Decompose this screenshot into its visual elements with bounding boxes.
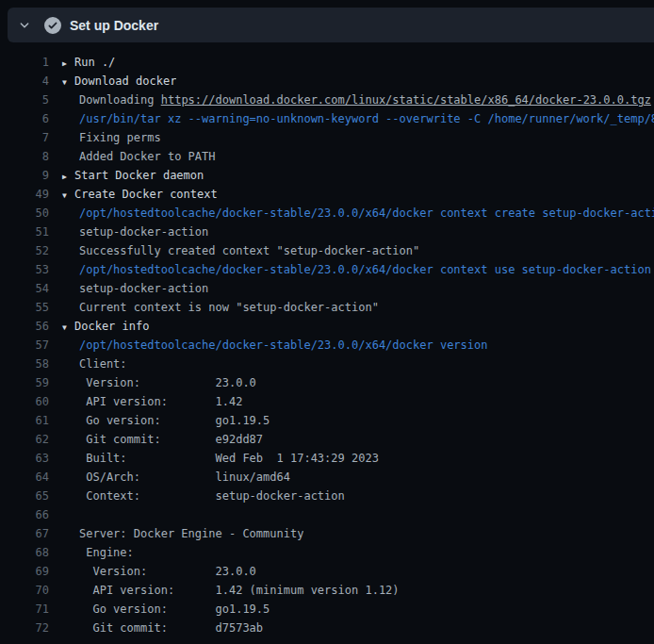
- line-number[interactable]: 4: [0, 72, 49, 91]
- line-number[interactable]: 56: [0, 317, 49, 336]
- line-number[interactable]: 69: [0, 562, 49, 581]
- log-text: Go version: go1.19.5: [79, 414, 270, 427]
- line-number[interactable]: 62: [0, 430, 49, 449]
- log-row: 72 Git commit: d7573ab: [0, 619, 654, 637]
- log-row: 59 Version: 23.0.0: [0, 373, 654, 392]
- line-content: Context: setup-docker-action: [49, 487, 345, 505]
- line-content: Go version: go1.19.5: [49, 600, 270, 619]
- log-text: Built: Wed Feb 1 17:43:29 2023: [79, 452, 379, 465]
- group-title: Docker info: [74, 320, 149, 333]
- line-number[interactable]: 8: [0, 147, 49, 166]
- line-number[interactable]: 63: [0, 449, 49, 468]
- log-row: 64 OS/Arch: linux/amd64: [0, 468, 654, 487]
- log-row: 50/opt/hostedtoolcache/docker-stable/23.…: [0, 204, 654, 223]
- line-content: Git commit: e92dd87: [49, 430, 263, 449]
- log-group-row[interactable]: 1▶Run ./: [0, 53, 654, 72]
- line-number[interactable]: 51: [0, 223, 49, 241]
- line-number[interactable]: 54: [0, 279, 49, 298]
- log-text: setup-docker-action: [79, 225, 208, 239]
- line-number[interactable]: 59: [0, 373, 49, 392]
- log-text: Version: 23.0.0: [79, 565, 256, 578]
- log-group-row[interactable]: 4▼Download docker: [0, 72, 654, 91]
- log-row: 69 Version: 23.0.0: [0, 562, 654, 581]
- line-number[interactable]: 60: [0, 392, 49, 411]
- line-content: Server: Docker Engine - Community: [49, 524, 303, 543]
- line-number[interactable]: 57: [0, 336, 49, 355]
- line-content: Engine:: [49, 543, 134, 562]
- log-text: setup-docker-action: [79, 282, 208, 295]
- line-content: OS/Arch: linux/amd64: [49, 468, 290, 487]
- log-row: 63 Built: Wed Feb 1 17:43:29 2023: [0, 449, 654, 468]
- log-lines: 1▶Run ./4▼Download docker5Downloading ht…: [0, 42, 654, 637]
- line-number[interactable]: 7: [0, 128, 49, 147]
- line-content: API version: 1.42 (minimum version 1.12): [49, 581, 400, 600]
- log-row: 6/usr/bin/tar xz --warning=no-unknown-ke…: [0, 109, 654, 128]
- line-content: Built: Wed Feb 1 17:43:29 2023: [49, 449, 379, 468]
- log-text: Go version: go1.19.5: [79, 603, 270, 616]
- log-group-row[interactable]: 9▶Start Docker daemon: [0, 166, 654, 185]
- line-number[interactable]: 70: [0, 581, 49, 600]
- log-row: 55Current context is now "setup-docker-a…: [0, 298, 654, 317]
- line-number[interactable]: 50: [0, 204, 49, 223]
- log-row: 68 Engine:: [0, 543, 654, 562]
- line-content: Fixing perms: [49, 128, 161, 147]
- group-collapsed-arrow-icon: ▶: [62, 168, 74, 185]
- line-number[interactable]: 68: [0, 543, 49, 562]
- log-row: 53/opt/hostedtoolcache/docker-stable/23.…: [0, 260, 654, 279]
- log-row: 67Server: Docker Engine - Community: [0, 524, 654, 543]
- log-text: OS/Arch: linux/amd64: [79, 471, 290, 484]
- line-content: Version: 23.0.0: [49, 562, 256, 581]
- line-number[interactable]: 66: [0, 505, 49, 524]
- line-content: ▼Download docker: [49, 72, 176, 91]
- log-text: Downloading: [79, 93, 161, 107]
- line-number[interactable]: 55: [0, 298, 49, 317]
- log-text: Client:: [79, 357, 127, 371]
- line-content: ▼Docker info: [49, 317, 149, 336]
- line-content: ▶Run ./: [49, 53, 115, 72]
- line-number[interactable]: 49: [0, 185, 49, 204]
- group-title: Run ./: [74, 56, 115, 69]
- command-text: /opt/hostedtoolcache/docker-stable/23.0.…: [79, 339, 487, 352]
- download-url-link[interactable]: https://download.docker.com/linux/static…: [161, 93, 651, 107]
- line-number[interactable]: 64: [0, 468, 49, 487]
- line-number[interactable]: 6: [0, 109, 49, 128]
- log-text: Git commit: d7573ab: [79, 621, 263, 635]
- log-row: 5Downloading https://download.docker.com…: [0, 91, 654, 109]
- line-number[interactable]: 5: [0, 91, 49, 109]
- log-text: Added Docker to PATH: [79, 150, 216, 163]
- step-header[interactable]: Set up Docker: [8, 8, 654, 42]
- line-number[interactable]: 61: [0, 411, 49, 430]
- line-number[interactable]: 67: [0, 524, 49, 543]
- log-text: API version: 1.42 (minimum version 1.12): [79, 584, 400, 597]
- line-content: setup-docker-action: [49, 223, 208, 241]
- line-number[interactable]: 1: [0, 53, 49, 72]
- log-text: Server: Docker Engine - Community: [79, 527, 303, 540]
- command-text: /opt/hostedtoolcache/docker-stable/23.0.…: [79, 206, 654, 220]
- line-number[interactable]: 65: [0, 487, 49, 505]
- line-content: Downloading https://download.docker.com/…: [49, 91, 651, 109]
- group-title: Create Docker context: [74, 188, 218, 201]
- group-expanded-arrow-icon: ▼: [62, 319, 74, 336]
- log-row: 7Fixing perms: [0, 128, 654, 147]
- line-number[interactable]: 53: [0, 260, 49, 279]
- line-number[interactable]: 58: [0, 355, 49, 373]
- log-row: 52Successfully created context "setup-do…: [0, 241, 654, 260]
- log-group-row[interactable]: 56▼Docker info: [0, 317, 654, 336]
- log-text: Fixing perms: [79, 131, 161, 144]
- line-number[interactable]: 9: [0, 166, 49, 185]
- line-content: Successfully created context "setup-dock…: [49, 241, 419, 260]
- log-group-row[interactable]: 49▼Create Docker context: [0, 185, 654, 204]
- log-text: API version: 1.42: [79, 395, 242, 408]
- line-number[interactable]: 71: [0, 600, 49, 619]
- group-title: Start Docker daemon: [74, 169, 204, 182]
- line-content: Go version: go1.19.5: [49, 411, 270, 430]
- log-row: 8Added Docker to PATH: [0, 147, 654, 166]
- line-number[interactable]: 72: [0, 619, 49, 637]
- line-content: Client:: [49, 355, 127, 373]
- line-content: ▼Create Docker context: [49, 185, 218, 204]
- line-content: Added Docker to PATH: [49, 147, 216, 166]
- line-number[interactable]: 52: [0, 241, 49, 260]
- chevron-down-icon[interactable]: [17, 18, 32, 33]
- line-content: /usr/bin/tar xz --warning=no-unknown-key…: [49, 109, 654, 128]
- line-content: /opt/hostedtoolcache/docker-stable/23.0.…: [49, 204, 654, 223]
